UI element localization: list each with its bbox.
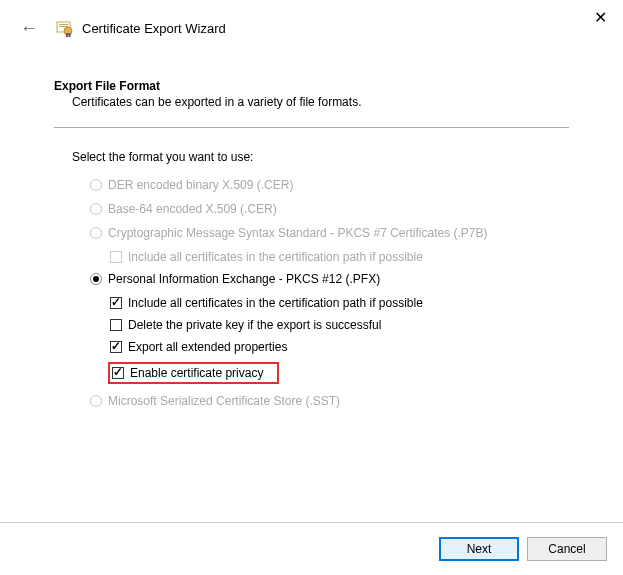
radio-label: Microsoft Serialized Certificate Store (… (108, 394, 340, 408)
wizard-title: Certificate Export Wizard (82, 21, 226, 36)
checkbox-icon[interactable] (112, 367, 124, 379)
footer: Next Cancel (0, 522, 623, 575)
svg-rect-2 (59, 26, 68, 27)
section-desc: Certificates can be exported in a variet… (54, 95, 569, 109)
section-title: Export File Format (54, 79, 569, 93)
format-options: DER encoded binary X.509 (.CER) Base-64 … (90, 178, 569, 408)
radio-der: DER encoded binary X.509 (.CER) (90, 178, 569, 192)
radio-icon (90, 203, 102, 215)
checkbox-icon (110, 319, 122, 331)
check-label: Include all certificates in the certific… (128, 250, 423, 264)
checkbox-icon (110, 251, 122, 263)
radio-icon (90, 179, 102, 191)
radio-label: DER encoded binary X.509 (.CER) (108, 178, 293, 192)
check-pkcs7-include: Include all certificates in the certific… (110, 250, 569, 264)
highlight-privacy: Enable certificate privacy (108, 362, 279, 384)
check-label: Include all certificates in the certific… (128, 296, 423, 310)
radio-icon (90, 227, 102, 239)
checkbox-icon (110, 341, 122, 353)
divider (54, 127, 569, 128)
radio-sst: Microsoft Serialized Certificate Store (… (90, 394, 569, 408)
next-button[interactable]: Next (439, 537, 519, 561)
format-prompt: Select the format you want to use: (72, 150, 569, 164)
radio-label: Cryptographic Message Syntax Standard - … (108, 226, 488, 240)
check-pfx-export-ext[interactable]: Export all extended properties (110, 340, 569, 354)
radio-pkcs7: Cryptographic Message Syntax Standard - … (90, 226, 569, 240)
checkbox-icon (110, 297, 122, 309)
radio-label: Personal Information Exchange - PKCS #12… (108, 272, 380, 286)
svg-rect-4 (66, 33, 68, 37)
radio-base64: Base-64 encoded X.509 (.CER) (90, 202, 569, 216)
certificate-icon (56, 20, 74, 38)
close-button[interactable]: ✕ (594, 8, 607, 27)
header: ← Certificate Export Wizard (0, 0, 623, 39)
svg-rect-1 (59, 24, 68, 25)
cancel-button[interactable]: Cancel (527, 537, 607, 561)
check-label: Enable certificate privacy (130, 366, 263, 380)
svg-rect-5 (69, 33, 71, 37)
radio-icon (90, 395, 102, 407)
check-label: Export all extended properties (128, 340, 287, 354)
content-area: Export File Format Certificates can be e… (0, 39, 623, 408)
check-label: Delete the private key if the export is … (128, 318, 381, 332)
back-arrow-icon[interactable]: ← (20, 18, 38, 39)
radio-label: Base-64 encoded X.509 (.CER) (108, 202, 277, 216)
radio-pfx[interactable]: Personal Information Exchange - PKCS #12… (90, 272, 569, 286)
radio-icon (90, 273, 102, 285)
check-pfx-delete[interactable]: Delete the private key if the export is … (110, 318, 569, 332)
check-pfx-include[interactable]: Include all certificates in the certific… (110, 296, 569, 310)
